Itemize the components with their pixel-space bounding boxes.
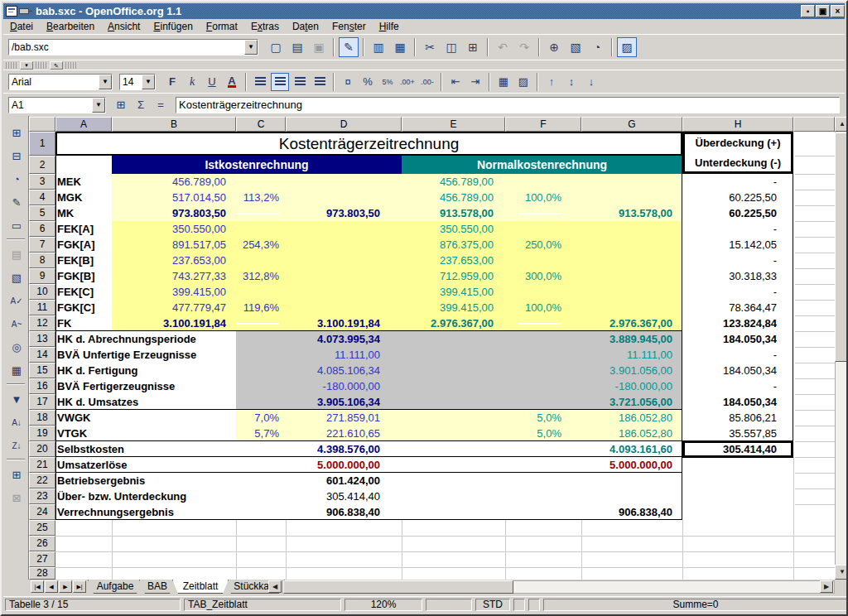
underline-icon[interactable]: U xyxy=(203,73,221,91)
cell-G15[interactable]: 3.901.056,00 xyxy=(581,363,672,378)
cell-H16[interactable]: - xyxy=(682,378,777,394)
data-sources-icon[interactable]: ▦ xyxy=(7,360,26,380)
delete-decimal-icon[interactable]: .00- xyxy=(418,73,436,91)
bold-icon[interactable]: F xyxy=(163,73,181,91)
font-name-dropdown-icon[interactable]: ▼ xyxy=(99,75,112,89)
hyperlink-icon[interactable]: ◔ xyxy=(587,37,607,57)
cell-H4[interactable]: 60.225,50 xyxy=(682,190,777,205)
cell-G19[interactable]: 186.052,80 xyxy=(581,426,672,441)
cell-C9[interactable]: 312,8% xyxy=(236,268,279,284)
cell-G17[interactable]: 3.721.056,00 xyxy=(581,394,672,410)
cell-B8[interactable]: 237.653,00 xyxy=(112,253,226,268)
row-label-13[interactable]: HK d. Abrechnungsperiode xyxy=(57,331,196,347)
number-currency-icon[interactable]: ¤ xyxy=(339,73,357,91)
font-size-dropdown-icon[interactable]: ▼ xyxy=(142,75,155,89)
cell-G12[interactable]: 2.976.367,00 xyxy=(581,315,672,331)
cell-F11[interactable]: 100,0% xyxy=(505,300,561,315)
toolbar-expand-icon[interactable]: ▼ xyxy=(20,61,33,70)
row-label-7[interactable]: FGK[A] xyxy=(57,237,95,253)
column-header-F[interactable]: F xyxy=(505,117,581,132)
cell-G24[interactable]: 906.838,40 xyxy=(581,504,672,520)
draw-functions-icon[interactable]: ✎ xyxy=(7,192,26,212)
autospellcheck-icon[interactable]: A~ xyxy=(7,314,26,334)
paste-icon[interactable]: ⊞ xyxy=(463,37,483,57)
column-header-D[interactable]: D xyxy=(286,117,402,132)
row-header-4[interactable]: 4 xyxy=(29,190,55,205)
insert-icon[interactable]: ⊞ xyxy=(7,123,26,142)
cell-H20[interactable]: 305.414,40 xyxy=(682,441,777,457)
cell-E10[interactable]: 399.415,00 xyxy=(402,284,494,300)
row-header-23[interactable]: 23 xyxy=(29,488,55,504)
scrollbar-thumb-horizontal[interactable] xyxy=(283,580,513,594)
cell-D14[interactable]: 11.111,00 xyxy=(286,347,380,363)
cell-C7[interactable]: 254,3% xyxy=(236,237,279,253)
row-header-3[interactable]: 3 xyxy=(29,174,55,190)
row-label-19[interactable]: VTGK xyxy=(57,426,87,441)
cell-D16[interactable]: -180.000,00 xyxy=(286,378,380,394)
row-label-23[interactable]: Über- bzw. Unterdeckung xyxy=(57,488,186,504)
cell-B6[interactable]: 350.550,00 xyxy=(112,221,226,237)
align-bottom-icon[interactable]: ↓ xyxy=(582,73,600,91)
number-percent-icon[interactable]: % xyxy=(359,73,377,91)
url-input[interactable] xyxy=(9,41,244,54)
row-label-4[interactable]: MGK xyxy=(57,190,82,205)
increase-indent-icon[interactable]: ⇥ xyxy=(466,73,484,91)
cell-C19[interactable]: 5,7% xyxy=(236,426,279,441)
row-header-13[interactable]: 13 xyxy=(29,331,55,347)
cell-B3[interactable]: 456.789,00 xyxy=(112,174,226,190)
group-icon[interactable]: ⊞ xyxy=(7,464,26,484)
find-replace-icon[interactable]: ◎ xyxy=(7,337,26,357)
cell-H11[interactable]: 78.364,47 xyxy=(682,300,777,315)
row-header-18[interactable]: 18 xyxy=(29,410,55,426)
stylist-icon[interactable]: ▧ xyxy=(566,37,585,57)
status-empty-field[interactable] xyxy=(528,599,540,611)
status-sheet-info[interactable]: Tabelle 3 / 15 xyxy=(5,599,181,611)
cut-icon[interactable]: ✂ xyxy=(420,37,440,57)
cell-H10[interactable]: - xyxy=(682,284,777,300)
font-name-input[interactable] xyxy=(9,75,99,89)
row-label-21[interactable]: Umsatzerlöse xyxy=(57,457,128,473)
cell-H14[interactable]: - xyxy=(682,347,777,363)
menu-fenster[interactable]: Fenster xyxy=(325,19,373,34)
window-menu-icon[interactable] xyxy=(6,6,17,17)
row-header-12[interactable]: 12 xyxy=(29,315,55,331)
cell-B7[interactable]: 891.517,05 xyxy=(112,237,226,253)
cell-E4[interactable]: 456.789,00 xyxy=(402,190,494,205)
tab-previous-icon[interactable]: ◀ xyxy=(45,580,58,593)
scrollbar-track-vertical[interactable] xyxy=(835,117,848,580)
cell-D23[interactable]: 305.414,40 xyxy=(286,488,380,504)
copy-icon[interactable]: ◫ xyxy=(441,37,461,57)
cell-G13[interactable]: 3.889.945,00 xyxy=(581,331,672,347)
sort-ascending-icon[interactable]: A↓ xyxy=(7,412,26,432)
cell-B5[interactable]: 973.803,50 xyxy=(112,205,226,221)
sheet-tab-aufgabe[interactable]: Aufgabe xyxy=(88,580,142,594)
print-icon[interactable]: ▦ xyxy=(390,37,410,57)
cell-C11[interactable]: 119,6% xyxy=(236,300,279,315)
maximize-button[interactable]: ▣ xyxy=(816,5,830,17)
number-standard-icon[interactable]: 5% xyxy=(378,73,397,91)
cell-F18[interactable]: 5,0% xyxy=(505,410,561,426)
align-center-icon[interactable] xyxy=(271,73,289,91)
row-header-10[interactable]: 10 xyxy=(29,284,55,300)
align-top-icon[interactable]: ↑ xyxy=(542,73,561,91)
autofilter-icon[interactable]: ▼ xyxy=(7,389,26,409)
cell-D5[interactable]: 973.803,50 xyxy=(286,205,380,221)
cell-H19[interactable]: 35.557,85 xyxy=(682,426,777,441)
formula-icon[interactable]: = xyxy=(152,96,170,114)
row-header-9[interactable]: 9 xyxy=(29,268,55,284)
row-label-11[interactable]: FGK[C] xyxy=(57,300,95,315)
cell-H15[interactable]: 184.050,34 xyxy=(682,363,777,378)
cell-E9[interactable]: 712.959,00 xyxy=(402,268,494,284)
sum-icon[interactable]: Σ xyxy=(132,96,150,114)
cell-E12[interactable]: 2.976.367,00 xyxy=(402,315,494,331)
decrease-indent-icon[interactable]: ⇤ xyxy=(446,73,465,91)
menu-einfgen[interactable]: Einfügen xyxy=(147,19,199,34)
cell-H9[interactable]: 30.318,33 xyxy=(682,268,777,284)
row-header-6[interactable]: 6 xyxy=(29,221,55,237)
cell-G21[interactable]: 5.000.000,00 xyxy=(581,457,672,473)
menu-ansicht[interactable]: Ansicht xyxy=(101,19,147,34)
menu-extras[interactable]: Extras xyxy=(244,19,286,34)
redo-icon[interactable]: ↷ xyxy=(514,37,534,57)
tab-last-icon[interactable]: ▶| xyxy=(73,580,86,593)
row-label-10[interactable]: FEK[C] xyxy=(57,284,94,300)
